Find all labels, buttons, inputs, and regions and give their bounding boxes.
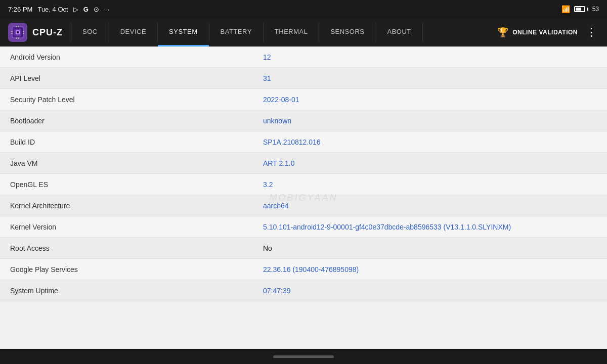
table-row: Google Play Services22.36.16 (190400-476…: [0, 259, 607, 280]
svg-rect-7: [23, 33, 24, 34]
row-label: Google Play Services: [10, 265, 263, 274]
row-label: Security Patch Level: [10, 96, 263, 104]
svg-rect-8: [16, 26, 17, 27]
online-validation-button[interactable]: 🏆 ONLINE VALIDATION: [497, 27, 578, 38]
row-label: Android Version: [10, 53, 263, 61]
row-value: 3.2: [263, 180, 597, 189]
row-label: OpenGL ES: [10, 180, 263, 189]
table-row: OpenGL ES3.2: [0, 174, 607, 195]
row-label: Bootloader: [10, 117, 263, 125]
row-value: 07:47:39: [263, 287, 597, 295]
row-label: Kernel Architecture: [10, 202, 263, 210]
row-label: Kernel Version: [10, 223, 263, 231]
table-row: System Uptime07:47:39: [0, 280, 607, 301]
nav-divider-7: [422, 23, 423, 41]
row-label: Build ID: [10, 138, 263, 146]
tab-system[interactable]: SYSTEM: [158, 18, 208, 47]
table-row: Build IDSP1A.210812.016: [0, 131, 607, 153]
date-display: Tue, 4 Oct: [37, 6, 68, 13]
home-indicator[interactable]: [273, 355, 334, 358]
tab-soc[interactable]: SOC: [71, 18, 109, 47]
svg-rect-11: [18, 37, 19, 39]
row-label: API Level: [10, 74, 263, 82]
time-display: 7:26 PM: [8, 6, 32, 13]
more-options-button[interactable]: ⋮: [582, 24, 601, 41]
row-value: unknown: [263, 117, 597, 125]
table-row: Android Version12: [0, 47, 607, 68]
table-row: Security Patch Level2022-08-01: [0, 89, 607, 110]
system-info-table: Android Version12API Level31Security Pat…: [0, 47, 607, 301]
top-nav: CPU-Z SOC DEVICE SYSTEM BATTERY THERMAL …: [0, 18, 607, 47]
svg-rect-9: [18, 26, 19, 27]
tab-device[interactable]: DEVICE: [109, 18, 157, 47]
content-area: MOBIGYAAN Android Version12API Level31Se…: [0, 47, 607, 349]
tab-about[interactable]: ABOUT: [376, 18, 422, 47]
svg-rect-6: [11, 33, 13, 34]
tab-sensors[interactable]: SENSORS: [319, 18, 375, 47]
row-label: System Uptime: [10, 287, 263, 295]
svg-rect-10: [16, 37, 17, 39]
bottom-bar: [0, 349, 607, 364]
status-bar-right: 📶 53: [561, 5, 599, 13]
row-value: aarch64: [263, 202, 597, 210]
table-row: Java VMART 2.1.0: [0, 153, 607, 174]
app-name: CPU-Z: [32, 27, 63, 38]
row-value: ART 2.1.0: [263, 159, 597, 167]
nav-right: 🏆 ONLINE VALIDATION ⋮: [491, 18, 607, 47]
trophy-icon: 🏆: [497, 27, 509, 38]
row-value: 2022-08-01: [263, 96, 597, 104]
logo-section: CPU-Z: [0, 18, 71, 47]
row-value: 5.10.101-android12-9-00001-gf4c0e37dbcde…: [263, 223, 597, 231]
row-value: 31: [263, 74, 597, 82]
battery-percent: 53: [592, 6, 599, 13]
svg-rect-5: [23, 31, 24, 32]
app-logo: [8, 23, 27, 42]
table-row: Bootloaderunknown: [0, 110, 607, 131]
validation-label: ONLINE VALIDATION: [512, 29, 578, 36]
battery-indicator: [574, 6, 588, 12]
nav-tabs: SOC DEVICE SYSTEM BATTERY THERMAL SENSOR…: [71, 18, 491, 47]
row-label: Java VM: [10, 159, 263, 167]
notification-icon: ⊙: [94, 6, 99, 13]
svg-rect-3: [17, 31, 19, 33]
status-bar-left: 7:26 PM Tue, 4 Oct ▷ G ⊙ ···: [8, 6, 110, 13]
wifi-icon: 📶: [561, 5, 570, 13]
row-value: 22.36.16 (190400-476895098): [263, 265, 597, 274]
table-row: Kernel Architectureaarch64: [0, 195, 607, 216]
tab-battery[interactable]: BATTERY: [209, 18, 263, 47]
row-value: No: [263, 244, 597, 252]
status-bar: 7:26 PM Tue, 4 Oct ▷ G ⊙ ··· 📶 53: [0, 0, 607, 18]
row-label: Root Access: [10, 244, 263, 252]
row-value: 12: [263, 53, 597, 61]
row-value: SP1A.210812.016: [263, 138, 597, 146]
more-status-icon: ···: [104, 6, 110, 13]
cast-icon: ▷: [73, 6, 78, 13]
tab-thermal[interactable]: THERMAL: [264, 18, 319, 47]
table-row: Root AccessNo: [0, 238, 607, 259]
g-icon: G: [83, 6, 89, 13]
table-row: API Level31: [0, 68, 607, 89]
svg-rect-4: [11, 31, 13, 32]
table-row: Kernel Version5.10.101-android12-9-00001…: [0, 216, 607, 238]
